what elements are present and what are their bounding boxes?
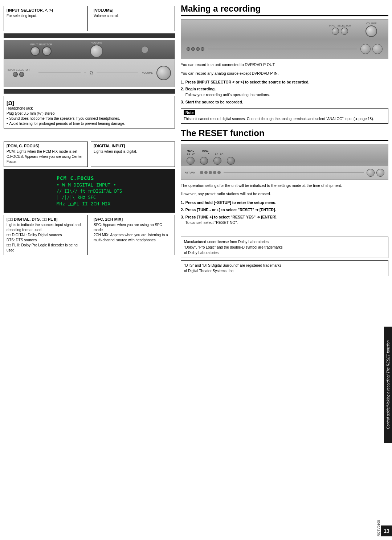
pcm-desc1: PCM: Lights when the PCM FIX mode is set: [7, 149, 85, 154]
display-line2: • W M DIGITAL INPUT •: [57, 182, 116, 188]
step2-text: Follow your recording unit's operating i…: [185, 92, 270, 98]
digital-dts-label: [□□ DIGITAL, DTS, □□ PL II]: [7, 217, 85, 221]
right-slider: [208, 49, 357, 49]
display-line1: PCM C.FOCUS: [57, 175, 94, 181]
rb2: [191, 47, 195, 51]
headphone-bullet1: • Sound does not come from the speakers …: [7, 116, 172, 121]
reset-volume-1[interactable]: [367, 169, 375, 177]
volume-knob-bottom[interactable]: [156, 66, 171, 80]
note-box: Note This unit cannot record digital sou…: [181, 108, 388, 124]
credits1-line2: "Dolby", "Pro Logic" and the double-D sy…: [184, 245, 385, 250]
right-volume-knob[interactable]: [366, 25, 377, 37]
making-recording-title: Making a recording: [181, 4, 388, 16]
reset-step-3: 3. Press [TUNE +] to select "RESET YES" …: [181, 214, 388, 226]
small-btn-2[interactable]: [19, 72, 24, 77]
page: [INPUT SELECTOR, <, >] For selecting inp…: [0, 0, 392, 540]
volume-desc: Volume control.: [94, 13, 172, 19]
reset-top: – MENU – SETUP TUNE – + ENTER: [181, 144, 388, 156]
digital-dts-desc2: □□ DIGITAL: Dolby Digital sources: [7, 233, 85, 238]
spacer1: [4, 128, 175, 139]
rbsm1: [200, 171, 203, 174]
setup-label: – SETUP: [185, 152, 195, 155]
page-number: 13: [381, 525, 392, 536]
receiver-top: INPUT SELECTOR VOLUME: [4, 40, 175, 59]
side-tab: Control guide/Making a recording/ The RE…: [384, 327, 392, 443]
headphone-section: [Ω] Headphone jack Plug type: 3.5 mm (⅛"…: [4, 96, 175, 128]
right-knob-2[interactable]: [341, 28, 348, 35]
volume-label: [VOLUME]: [94, 8, 172, 12]
mid-dark-bar: [4, 89, 175, 94]
top-dark-bar: [4, 33, 175, 38]
left-column: [INPUT SELECTOR, <, >] For selecting inp…: [0, 0, 178, 540]
reset-device: – MENU – SETUP TUNE – + ENTER: [181, 144, 388, 180]
pcm-desc2: C.FOCUS: Appears when you are using Cent…: [7, 154, 85, 164]
reset-volume-2[interactable]: [376, 169, 384, 177]
small-btn-1[interactable]: [13, 72, 18, 77]
headphone-port: [141, 46, 148, 53]
intro-text-1: You can record to a unit connected to DV…: [181, 62, 388, 68]
input-selector-knob-right[interactable]: [42, 46, 52, 56]
digital-dts-desc3: DTS: DTS sources: [7, 238, 85, 243]
credits1-line3: of Dolby Laboratories.: [184, 250, 385, 255]
rqtv-code: RQTV0105: [377, 520, 380, 536]
digital-input-desc: Lights when input is digital.: [94, 149, 172, 154]
reset-btn-3[interactable]: [213, 157, 221, 165]
reset-step-1: 1. Press and hold [–SETUP] to enter the …: [181, 200, 388, 206]
headphone-desc1: Headphone jack: [7, 106, 172, 111]
input-selector-label: [INPUT SELECTOR, <, >]: [7, 8, 85, 12]
indicator-row-5: MHz □□PL II 2CH MIX: [57, 201, 122, 206]
side-tab-text: Control guide/Making a recording/ The RE…: [386, 340, 390, 429]
right-knob-1[interactable]: [332, 28, 339, 35]
volume-knob[interactable]: [90, 45, 103, 58]
headphone-callout: [Ω] Headphone jack Plug type: 3.5 mm (⅛"…: [4, 96, 175, 128]
bottom-callouts-bottom: [□□ DIGITAL, DTS, □□ PL II] Lights to in…: [4, 215, 175, 255]
digital-dts-desc1: Lights to indicate the source's input si…: [7, 222, 85, 233]
display-panel: PCM C.FOCUS • W M DIGITAL INPUT • // II\…: [4, 169, 175, 213]
reset-receiver: – MENU – SETUP TUNE – + ENTER: [181, 144, 388, 180]
dolby-credits: Manufactured under license from Dolby La…: [181, 237, 388, 258]
reset-btn-2[interactable]: [200, 157, 208, 165]
display-line4: | /|/|\ kHz SFC: [57, 195, 96, 200]
right-receiver-bottom: [181, 39, 388, 59]
rb4: [201, 47, 204, 51]
right-device-top: INPUT SELECTOR VOLUME: [181, 19, 388, 59]
right-column: Making a recording INPUT SELECTOR VOLUME: [178, 0, 392, 540]
pcm-label: [PCM, C. FOCUS]: [7, 144, 85, 148]
rb-knob-1[interactable]: [360, 44, 371, 54]
reset-btn-4[interactable]: [227, 157, 235, 165]
indicator-panel: PCM C.FOCUS • W M DIGITAL INPUT • // II\…: [4, 169, 175, 213]
top-callouts: [INPUT SELECTOR, <, >] For selecting inp…: [4, 6, 175, 31]
reset-bottom: RETURN: [181, 166, 388, 179]
reset-step3-text: Press [TUNE +] to select "RESET YES" ➜ […: [185, 214, 278, 220]
rb-knob-2[interactable]: [372, 44, 383, 54]
sfc-callout: [SFC, 2CH MIX] SFC: Appears when you are…: [91, 215, 175, 255]
headphone-bullet2: • Avoid listening for prolonged periods …: [7, 121, 172, 126]
input-selector-callout: [INPUT SELECTOR, <, >] For selecting inp…: [4, 6, 88, 31]
reset-note: However, any preset radio stations will …: [181, 191, 388, 197]
reset-btn-1[interactable]: [187, 157, 195, 165]
step-1: 1. Press [INPUT SELECTOR < or >] to sele…: [181, 79, 388, 85]
input-selector-desc: For selecting input.: [7, 13, 85, 19]
volume-callout: [VOLUME] Volume control.: [91, 6, 175, 31]
step1-text: Press [INPUT SELECTOR < or >] to select …: [185, 79, 310, 85]
receiver-panel: INPUT SELECTOR VOLUME INPUT SELECT: [4, 40, 175, 87]
bottom-callouts-top: [PCM, C. FOCUS] PCM: Lights when the PCM…: [4, 142, 175, 167]
digital-dts-desc4: □□ PL II: Dolby Pro Logic II decoder is …: [7, 243, 85, 253]
step2-label: Begin recording.: [185, 86, 270, 92]
step3-text: Start the source to be recorded.: [185, 99, 243, 105]
rb1: [187, 47, 190, 51]
reset-step1-text: Press and hold [–SETUP] to enter the set…: [185, 200, 277, 206]
input-selector-knob-left[interactable]: [30, 46, 40, 56]
intro-text-2: You can record any analog source except …: [181, 71, 388, 77]
reset-cancel: To cancel, select "RESET NO".: [185, 220, 278, 226]
right-receiver-panel: INPUT SELECTOR VOLUME: [181, 20, 388, 59]
credits-section: Manufactured under license from Dolby La…: [181, 237, 388, 276]
tune-label: TUNE: [201, 150, 208, 152]
right-receiver-top: INPUT SELECTOR VOLUME: [181, 20, 388, 39]
note-header: Note: [184, 110, 195, 115]
volume-top-label: VOLUME: [366, 22, 377, 25]
return-label: RETURN: [185, 171, 195, 174]
credits2-line2: of Digital Theater Systems, Inc.: [184, 268, 385, 274]
headphone-desc2: Plug type: 3.5 mm (⅛") stereo: [7, 111, 172, 116]
menu-label: – MENU: [185, 150, 195, 152]
